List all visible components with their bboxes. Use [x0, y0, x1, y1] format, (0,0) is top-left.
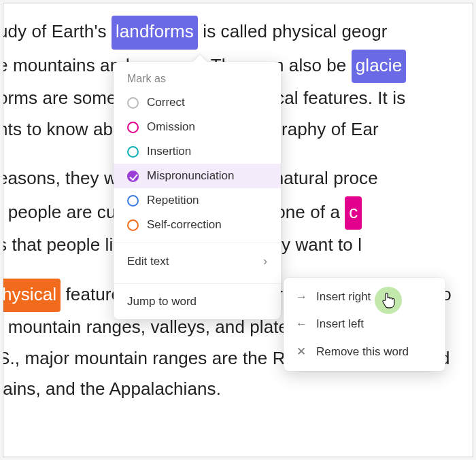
menu-header: Mark as: [114, 71, 281, 90]
radio-icon: [127, 146, 139, 158]
insert-left-label: Insert left: [316, 317, 364, 331]
mark-option-label: Insertion: [147, 145, 191, 158]
mark-option-omission[interactable]: Omission: [114, 115, 281, 139]
mark-option-label: Repetition: [147, 194, 199, 207]
mark-option-repetition[interactable]: Repetition: [114, 188, 281, 213]
edit-text-label: Edit text: [127, 255, 169, 268]
mark-as-menu: Mark as CorrectOmissionInsertionMispronu…: [114, 62, 281, 319]
jump-to-word-row[interactable]: Jump to word: [114, 285, 281, 318]
mark-option-self-correction[interactable]: Self-correction: [114, 213, 281, 237]
radio-icon: [127, 122, 139, 133]
close-icon: ✕: [296, 344, 307, 359]
highlight-hysical[interactable]: hysical: [3, 279, 61, 313]
jump-to-word-label: Jump to word: [127, 295, 197, 308]
radio-icon: [127, 219, 139, 231]
remove-word-label: Remove this word: [316, 345, 409, 359]
radio-icon: [127, 195, 139, 207]
radio-icon: [127, 97, 139, 109]
insert-right-label: Insert right: [316, 290, 371, 304]
mark-option-mispronunciation[interactable]: Mispronunciation: [114, 164, 281, 188]
mark-option-label: Omission: [147, 120, 195, 134]
edit-text-row[interactable]: Edit text ›: [114, 245, 281, 278]
menu-divider: [114, 243, 281, 243]
highlight-c[interactable]: c: [345, 196, 362, 230]
mark-option-correct[interactable]: Correct: [114, 90, 281, 115]
radio-icon: [127, 171, 139, 182]
mark-option-label: Correct: [147, 96, 185, 109]
insert-right-item[interactable]: → Insert right: [284, 283, 445, 311]
remove-word-item[interactable]: ✕ Remove this word: [284, 338, 445, 366]
insert-left-item[interactable]: ← Insert left: [284, 311, 445, 338]
mark-option-insertion[interactable]: Insertion: [114, 139, 281, 164]
arrow-right-icon: →: [296, 290, 307, 304]
chevron-right-icon: ›: [263, 254, 267, 268]
menu-divider: [114, 283, 281, 284]
highlight-landforms[interactable]: landforms: [112, 16, 198, 50]
mark-option-label: Self-correction: [147, 218, 222, 232]
arrow-left-icon: ←: [296, 317, 307, 331]
mark-option-label: Mispronunciation: [147, 169, 235, 183]
edit-text-submenu: → Insert right ← Insert left ✕ Remove th…: [284, 278, 445, 371]
highlight-glacie[interactable]: glacie: [352, 50, 407, 84]
